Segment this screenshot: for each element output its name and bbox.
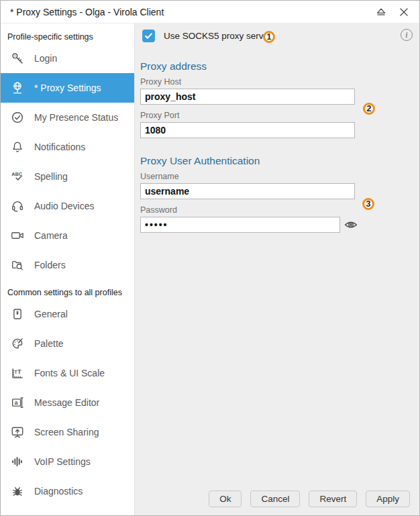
sidebar-item-my-presence-status[interactable]: My Presence Status: [1, 103, 134, 132]
socks5-checkbox-row[interactable]: Use SOCKS5 proxy server: [142, 29, 414, 42]
proxy-address-section-title: Proxy address: [140, 61, 414, 72]
check-circle-icon: [9, 110, 26, 125]
settings-window: * Proxy Settings - Olga - Virola Client …: [0, 0, 420, 516]
sidebar-item-folders[interactable]: Folders: [1, 250, 134, 280]
apply-button[interactable]: Apply: [366, 491, 410, 507]
bell-icon: [9, 140, 26, 154]
username-input[interactable]: [140, 183, 355, 199]
sidebar-item-proxy-settings[interactable]: * Proxy Settings: [1, 73, 134, 103]
titlebar: * Proxy Settings - Olga - Virola Client: [1, 1, 419, 23]
password-input[interactable]: [140, 217, 340, 233]
info-glyph: i: [405, 31, 407, 39]
ruler-type-icon: T T: [9, 366, 26, 380]
proxy-settings-panel: Use SOCKS5 proxy server i 1 2 3 Proxy ad…: [135, 23, 419, 515]
key-icon: [9, 51, 26, 66]
sidebar-item-login[interactable]: Login: [1, 44, 134, 73]
sidebar-item-label: Notifications: [34, 142, 85, 152]
annotation-badge-2: 2: [363, 103, 375, 115]
sidebar-item-label: Fonts & UI Scale: [34, 368, 105, 378]
svg-text:a: a: [14, 399, 18, 406]
eye-icon[interactable]: [343, 218, 359, 231]
headset-icon: [9, 199, 26, 213]
check-icon: [144, 31, 154, 41]
sidebar-item-label: Login: [34, 53, 57, 64]
sidebar-item-message-editor[interactable]: a Message Editor: [1, 388, 134, 417]
dialog-buttons: Ok Cancel Revert Apply: [209, 491, 410, 507]
eject-icon[interactable]: [372, 3, 390, 21]
window-title: * Proxy Settings - Olga - Virola Client: [10, 7, 367, 17]
sidebar-item-label: Folders: [34, 260, 66, 270]
sidebar-item-label: Diagnostics: [34, 486, 83, 497]
sidebar-item-label: Palette: [34, 338, 64, 349]
sidebar-item-voip-settings[interactable]: VoIP Settings: [1, 447, 134, 476]
sidebar-item-notifications[interactable]: Notifications: [1, 132, 134, 162]
globe-icon: [9, 81, 26, 95]
sidebar-item-label: My Presence Status: [34, 112, 118, 123]
sidebar-item-screen-sharing[interactable]: Screen Sharing: [1, 417, 134, 447]
sidebar-section-header: Common settings to all profiles: [7, 286, 134, 299]
close-icon[interactable]: [395, 3, 413, 21]
sidebar-item-audio-devices[interactable]: Audio Devices: [1, 191, 134, 221]
proxy-host-input[interactable]: [140, 89, 355, 105]
sidebar-item-label: Audio Devices: [34, 201, 95, 211]
folder-search-icon: [9, 258, 26, 272]
username-label: Username: [140, 172, 414, 181]
sidebar-item-label: VoIP Settings: [34, 456, 91, 467]
sidebar-item-label: General: [34, 309, 68, 319]
sidebar-item-label: Spelling: [34, 171, 68, 182]
socks5-checkbox[interactable]: [142, 30, 155, 42]
palette-icon: [9, 336, 26, 351]
svg-text:T: T: [17, 368, 21, 375]
bug-icon: [9, 484, 26, 499]
annotation-badge-3: 3: [362, 198, 374, 210]
message-editor-icon: a: [9, 395, 26, 410]
sidebar-item-diagnostics[interactable]: Diagnostics: [1, 476, 134, 506]
equalizer-icon: [9, 454, 26, 469]
window-body: Profile-specific settings Login: [1, 23, 419, 515]
password-row: [140, 217, 414, 233]
sidebar-item-spelling[interactable]: ABC Spelling: [1, 162, 134, 191]
sidebar-item-label: Camera: [34, 230, 68, 241]
revert-button[interactable]: Revert: [309, 491, 357, 507]
info-icon[interactable]: i: [401, 29, 413, 41]
sidebar-item-palette[interactable]: Palette: [1, 329, 134, 358]
sidebar-section-header: Profile-specific settings: [7, 30, 134, 44]
sidebar: Profile-specific settings Login: [1, 23, 135, 515]
sidebar-item-general[interactable]: General: [1, 299, 134, 329]
socks5-checkbox-label: Use SOCKS5 proxy server: [164, 31, 272, 41]
sidebar-item-label: Screen Sharing: [34, 427, 99, 437]
ok-button[interactable]: Ok: [209, 491, 242, 507]
spellcheck-icon: ABC: [9, 169, 26, 184]
sidebar-item-label: Message Editor: [34, 397, 99, 408]
sidebar-item-camera[interactable]: Camera: [1, 221, 134, 250]
proxy-host-label: Proxy Host: [140, 77, 414, 87]
general-icon: [9, 307, 26, 321]
annotation-badge-1: 1: [263, 31, 275, 43]
screen-share-icon: [9, 425, 26, 440]
video-camera-icon: [9, 228, 26, 243]
cancel-button[interactable]: Cancel: [250, 491, 300, 507]
proxy-auth-section-title: Proxy User Authentication: [140, 156, 414, 166]
sidebar-item-label: * Proxy Settings: [34, 83, 101, 93]
proxy-port-input[interactable]: [140, 122, 355, 138]
sidebar-item-fonts-ui-scale[interactable]: T T Fonts & UI Scale: [1, 358, 134, 388]
